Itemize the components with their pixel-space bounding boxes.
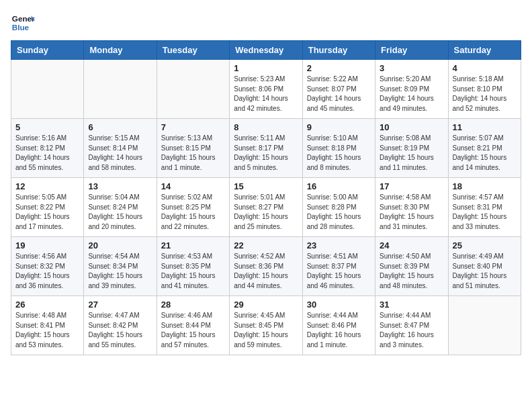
day-info: Sunrise: 4:44 AM Sunset: 8:46 PM Dayligh… [307,311,371,350]
calendar-cell: 20Sunrise: 4:54 AM Sunset: 8:34 PM Dayli… [84,237,157,296]
column-header-tuesday: Tuesday [157,41,229,60]
calendar-cell: 12Sunrise: 5:05 AM Sunset: 8:22 PM Dayli… [11,178,84,237]
day-info: Sunrise: 5:02 AM Sunset: 8:25 PM Dayligh… [161,193,225,232]
day-info: Sunrise: 4:49 AM Sunset: 8:40 PM Dayligh… [453,252,517,291]
day-number: 16 [307,181,371,191]
column-header-wednesday: Wednesday [230,41,302,60]
day-info: Sunrise: 5:10 AM Sunset: 8:18 PM Dayligh… [307,134,371,173]
calendar-cell: 25Sunrise: 4:49 AM Sunset: 8:40 PM Dayli… [448,237,521,296]
day-number: 28 [161,300,225,310]
calendar-cell: 4Sunrise: 5:18 AM Sunset: 8:10 PM Daylig… [448,60,521,119]
day-number: 14 [161,181,225,191]
day-info: Sunrise: 4:45 AM Sunset: 8:45 PM Dayligh… [234,311,298,350]
calendar-cell: 29Sunrise: 4:45 AM Sunset: 8:45 PM Dayli… [230,296,302,355]
day-number: 17 [380,181,443,191]
day-number: 22 [234,240,298,250]
calendar-cell: 5Sunrise: 5:16 AM Sunset: 8:12 PM Daylig… [11,119,84,178]
day-number: 30 [307,300,371,310]
day-info: Sunrise: 4:46 AM Sunset: 8:44 PM Dayligh… [161,311,225,350]
day-info: Sunrise: 4:53 AM Sunset: 8:35 PM Dayligh… [161,252,225,291]
calendar-header-row: SundayMondayTuesdayWednesdayThursdayFrid… [11,41,521,60]
day-info: Sunrise: 5:08 AM Sunset: 8:19 PM Dayligh… [380,134,443,173]
day-number: 31 [380,300,443,310]
day-number: 26 [15,300,79,310]
svg-text:Blue: Blue [12,23,30,32]
calendar-table: SundayMondayTuesdayWednesdayThursdayFrid… [11,40,521,355]
day-info: Sunrise: 4:57 AM Sunset: 8:31 PM Dayligh… [453,193,517,232]
calendar-cell: 28Sunrise: 4:46 AM Sunset: 8:44 PM Dayli… [157,296,229,355]
day-number: 12 [15,181,79,191]
day-number: 13 [88,181,152,191]
day-info: Sunrise: 5:20 AM Sunset: 8:09 PM Dayligh… [380,75,443,113]
calendar-cell: 3Sunrise: 5:20 AM Sunset: 8:09 PM Daylig… [375,60,448,119]
column-header-friday: Friday [375,41,448,60]
day-info: Sunrise: 4:52 AM Sunset: 8:36 PM Dayligh… [234,252,298,291]
calendar-cell: 24Sunrise: 4:50 AM Sunset: 8:39 PM Dayli… [375,237,448,296]
day-number: 29 [234,300,298,310]
day-number: 18 [453,181,517,191]
calendar-week-1: 1Sunrise: 5:23 AM Sunset: 8:06 PM Daylig… [11,60,521,119]
calendar-cell: 13Sunrise: 5:04 AM Sunset: 8:24 PM Dayli… [84,178,157,237]
calendar-week-5: 26Sunrise: 4:48 AM Sunset: 8:41 PM Dayli… [11,296,521,355]
day-info: Sunrise: 5:01 AM Sunset: 8:27 PM Dayligh… [234,193,298,232]
day-info: Sunrise: 5:00 AM Sunset: 8:28 PM Dayligh… [307,193,371,232]
day-info: Sunrise: 4:50 AM Sunset: 8:39 PM Dayligh… [380,252,443,291]
calendar-week-4: 19Sunrise: 4:56 AM Sunset: 8:32 PM Dayli… [11,237,521,296]
day-info: Sunrise: 5:15 AM Sunset: 8:14 PM Dayligh… [88,134,152,173]
day-number: 25 [453,240,517,250]
calendar-cell: 11Sunrise: 5:07 AM Sunset: 8:21 PM Dayli… [448,119,521,178]
day-info: Sunrise: 5:05 AM Sunset: 8:22 PM Dayligh… [15,193,79,232]
day-number: 27 [88,300,152,310]
calendar-cell: 17Sunrise: 4:58 AM Sunset: 8:30 PM Dayli… [375,178,448,237]
day-info: Sunrise: 4:56 AM Sunset: 8:32 PM Dayligh… [15,252,79,291]
logo-icon: General Blue [11,11,35,35]
column-header-saturday: Saturday [448,41,521,60]
day-info: Sunrise: 4:44 AM Sunset: 8:47 PM Dayligh… [380,311,443,350]
day-info: Sunrise: 5:13 AM Sunset: 8:15 PM Dayligh… [161,134,225,173]
calendar-week-2: 5Sunrise: 5:16 AM Sunset: 8:12 PM Daylig… [11,119,521,178]
day-info: Sunrise: 4:51 AM Sunset: 8:37 PM Dayligh… [307,252,371,291]
calendar-cell: 7Sunrise: 5:13 AM Sunset: 8:15 PM Daylig… [157,119,229,178]
calendar-cell [11,60,84,119]
day-number: 9 [307,122,371,132]
calendar-cell: 30Sunrise: 4:44 AM Sunset: 8:46 PM Dayli… [302,296,375,355]
calendar-cell: 8Sunrise: 5:11 AM Sunset: 8:17 PM Daylig… [230,119,302,178]
day-info: Sunrise: 5:22 AM Sunset: 8:07 PM Dayligh… [307,75,371,113]
column-header-monday: Monday [84,41,157,60]
calendar-cell: 6Sunrise: 5:15 AM Sunset: 8:14 PM Daylig… [84,119,157,178]
day-number: 5 [15,122,79,132]
calendar-cell: 26Sunrise: 4:48 AM Sunset: 8:41 PM Dayli… [11,296,84,355]
day-info: Sunrise: 4:48 AM Sunset: 8:41 PM Dayligh… [15,311,79,350]
day-info: Sunrise: 5:18 AM Sunset: 8:10 PM Dayligh… [453,75,517,113]
calendar-cell: 14Sunrise: 5:02 AM Sunset: 8:25 PM Dayli… [157,178,229,237]
calendar-cell: 10Sunrise: 5:08 AM Sunset: 8:19 PM Dayli… [375,119,448,178]
day-info: Sunrise: 5:23 AM Sunset: 8:06 PM Dayligh… [234,75,298,113]
calendar-cell: 1Sunrise: 5:23 AM Sunset: 8:06 PM Daylig… [230,60,302,119]
day-number: 11 [453,122,517,132]
day-info: Sunrise: 5:04 AM Sunset: 8:24 PM Dayligh… [88,193,152,232]
column-header-thursday: Thursday [302,41,375,60]
day-info: Sunrise: 4:58 AM Sunset: 8:30 PM Dayligh… [380,193,443,232]
day-number: 2 [307,63,371,73]
calendar-cell: 27Sunrise: 4:47 AM Sunset: 8:42 PM Dayli… [84,296,157,355]
day-number: 20 [88,240,152,250]
day-info: Sunrise: 5:11 AM Sunset: 8:17 PM Dayligh… [234,134,298,173]
calendar-cell: 2Sunrise: 5:22 AM Sunset: 8:07 PM Daylig… [302,60,375,119]
calendar-cell: 9Sunrise: 5:10 AM Sunset: 8:18 PM Daylig… [302,119,375,178]
calendar-cell [84,60,157,119]
page-header: General Blue [11,11,521,35]
day-number: 1 [234,63,298,73]
day-number: 19 [15,240,79,250]
day-number: 24 [380,240,443,250]
day-info: Sunrise: 4:54 AM Sunset: 8:34 PM Dayligh… [88,252,152,291]
calendar-cell: 15Sunrise: 5:01 AM Sunset: 8:27 PM Dayli… [230,178,302,237]
calendar-cell: 16Sunrise: 5:00 AM Sunset: 8:28 PM Dayli… [302,178,375,237]
day-number: 23 [307,240,371,250]
day-number: 8 [234,122,298,132]
day-number: 3 [380,63,443,73]
day-number: 6 [88,122,152,132]
day-number: 21 [161,240,225,250]
calendar-cell: 18Sunrise: 4:57 AM Sunset: 8:31 PM Dayli… [448,178,521,237]
calendar-cell: 23Sunrise: 4:51 AM Sunset: 8:37 PM Dayli… [302,237,375,296]
logo: General Blue [11,11,35,35]
